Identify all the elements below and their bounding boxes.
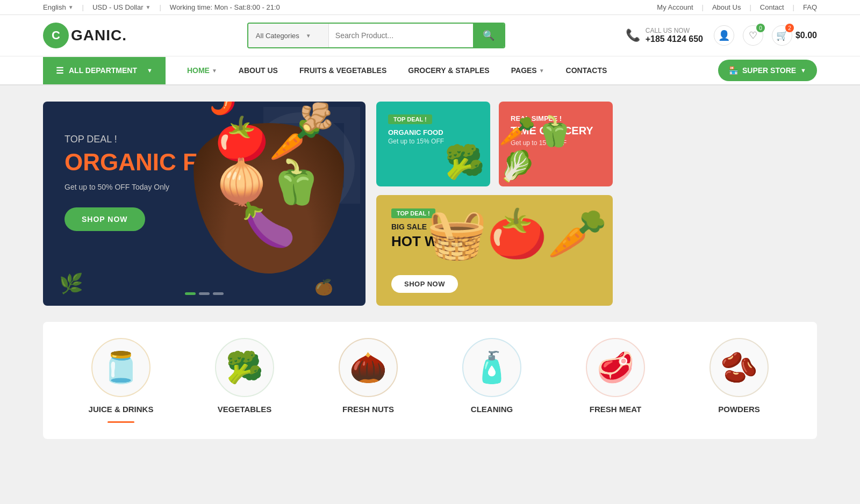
category-meat[interactable]: 🥩 FRESH MEAT	[578, 338, 653, 414]
category-icon-meat: 🥩	[586, 338, 645, 397]
banner-fruit-deco: 🍊	[314, 278, 333, 296]
header-right: 📞 CALL US NOW +185 4124 650 👤 ♡ 0 🛒 2 $0…	[626, 25, 817, 46]
divider-3: |	[702, 3, 704, 11]
teal-banner-tag: TOP DEAL !	[388, 114, 432, 124]
teal-banner-img: 🥦	[445, 143, 485, 181]
main-content: TOP DEAL ! ORGANIC FOOD Get up to 50% OF…	[0, 85, 860, 471]
menu-icon: ☰	[56, 66, 63, 76]
store-icon: 🏪	[729, 66, 738, 75]
hero-section: TOP DEAL ! ORGANIC FOOD Get up to 50% OF…	[43, 102, 817, 306]
logo[interactable]: C GANIC.	[43, 23, 127, 48]
dot-2[interactable]	[199, 292, 210, 295]
language-selector[interactable]: English ▼	[43, 3, 74, 11]
logo-text: GANIC.	[71, 27, 127, 44]
working-time: Working time: Mon - Sat:8:00 - 21:0	[170, 3, 280, 11]
phone-icon: 📞	[626, 28, 640, 42]
pepper-emoji: 🌶️	[210, 102, 236, 116]
language-label: English	[43, 3, 66, 11]
nav-item-home[interactable]: HOME ▼	[176, 56, 228, 84]
category-cleaning[interactable]: 🧴 CLEANING	[454, 338, 529, 414]
currency-arrow: ▼	[146, 4, 151, 10]
nav-item-grocery[interactable]: GROCERY & STAPLES	[397, 56, 500, 84]
juice-emoji: 🫙	[102, 350, 140, 385]
nav-item-about[interactable]: ABOUT US	[228, 56, 289, 84]
account-icon[interactable]: 👤	[714, 25, 734, 46]
search-input[interactable]	[329, 31, 473, 40]
category-name-vegetables: VEGETABLES	[218, 405, 272, 414]
wishlist-icon[interactable]: ♡ 0	[743, 25, 763, 46]
nav-item-fruits[interactable]: FRUITS & VEGETABLES	[289, 56, 397, 84]
category-vegetables[interactable]: 🥦 VEGETABLES	[207, 338, 282, 414]
nuts-emoji: 🌰	[349, 350, 387, 385]
cart-info[interactable]: 🛒 2 $0.00	[772, 25, 817, 46]
logo-icon: C	[43, 23, 69, 48]
nav-bar: ☰ ALL DEPARTMENT ▼ HOME ▼ ABOUT US FRUIT…	[0, 56, 860, 85]
categories-section: 🫙 JUICE & DRINKS 🥦 VEGETABLES 🌰 FRESH NU…	[43, 322, 817, 439]
search-icon: 🔍	[483, 30, 494, 41]
search-category-select[interactable]: All Categories ▼	[248, 24, 329, 47]
about-us-link[interactable]: About Us	[712, 3, 741, 11]
teal-banner: TOP DEAL ! ORGANIC FOOD Get up to 15% OF…	[376, 102, 490, 186]
header-actions: 👤 ♡ 0 🛒 2 $0.00	[714, 25, 817, 46]
top-bar-right: My Account | About Us | Contact | FAQ	[657, 3, 817, 11]
category-juice[interactable]: 🫙 JUICE & DRINKS	[83, 338, 159, 423]
gold-banner-basket: 🧺🍅🥕	[427, 206, 607, 262]
call-details: CALL US NOW +185 4124 650	[646, 27, 703, 44]
divider-4: |	[749, 3, 751, 11]
search-button[interactable]: 🔍	[473, 24, 504, 47]
dot-1[interactable]	[185, 292, 196, 295]
ginger-emoji: 🫚	[300, 102, 333, 133]
pages-arrow: ▼	[539, 68, 544, 74]
dept-arrow: ▼	[147, 67, 153, 74]
banner-leaf-deco: 🌿	[59, 272, 83, 295]
cart-price: $0.00	[796, 31, 817, 40]
top-right-banners: TOP DEAL ! ORGANIC FOOD Get up to 15% OF…	[376, 102, 613, 186]
produce-emoji: 🍅🥕🧅🫑🍆	[194, 118, 344, 247]
nav-links: HOME ▼ ABOUT US FRUITS & VEGETABLES GROC…	[166, 56, 718, 84]
nav-item-pages[interactable]: PAGES ▼	[500, 56, 555, 84]
main-banner: TOP DEAL ! ORGANIC FOOD Get up to 50% OF…	[43, 102, 366, 306]
wishlist-badge: 0	[756, 24, 765, 32]
top-bar-left: English ▼ | USD - US Dollar ▼ | Working …	[43, 3, 280, 11]
category-powders[interactable]: 🫘 POWDERS	[701, 338, 777, 414]
currency-selector[interactable]: USD - US Dollar ▼	[92, 3, 151, 11]
teal-banner-title: ORGANIC FOOD	[388, 128, 478, 136]
category-nuts[interactable]: 🌰 FRESH NUTS	[331, 338, 406, 414]
dot-3[interactable]	[213, 292, 224, 295]
banner-shop-now-button[interactable]: SHOP NOW	[64, 207, 145, 231]
search-bar: All Categories ▼ 🔍	[247, 23, 505, 48]
category-underline-juice	[108, 421, 134, 423]
category-dropdown-arrow: ▼	[306, 33, 311, 39]
category-name-cleaning: CLEANING	[471, 405, 513, 414]
right-banners: TOP DEAL ! ORGANIC FOOD Get up to 15% OF…	[376, 102, 613, 306]
search-input-wrap	[329, 24, 473, 47]
gold-banner: TOP DEAL ! BIG SALE HOT WEEKS 🧺🍅🥕 SHOP N…	[376, 195, 613, 306]
faq-link[interactable]: FAQ	[803, 3, 817, 11]
nav-item-contacts[interactable]: CONTACTS	[555, 56, 618, 84]
header: C GANIC. All Categories ▼ 🔍 📞 CALL US NO…	[0, 15, 860, 56]
call-number: +185 4124 650	[646, 34, 703, 44]
meat-emoji: 🥩	[597, 350, 634, 385]
gold-banner-shop-button[interactable]: SHOP NOW	[391, 275, 458, 293]
super-store-arrow: ▼	[800, 67, 806, 74]
divider-5: |	[793, 3, 794, 11]
vegetables-emoji: 🥦	[226, 350, 263, 385]
cart-badge: 2	[785, 24, 794, 32]
super-store-button[interactable]: 🏪 SUPER STORE ▼	[718, 60, 817, 81]
my-account-link[interactable]: My Account	[657, 3, 693, 11]
category-name-juice: JUICE & DRINKS	[89, 405, 154, 414]
coral-banner: REAL SIMPLE ! TIME GROCERY Get up to 15%…	[499, 102, 613, 186]
category-icon-vegetables: 🥦	[215, 338, 274, 397]
home-arrow: ▼	[212, 68, 217, 74]
all-department-button[interactable]: ☰ ALL DEPARTMENT ▼	[43, 57, 166, 84]
cart-icon-btn[interactable]: 🛒 2	[772, 25, 792, 46]
contact-link[interactable]: Contact	[760, 3, 784, 11]
category-name-nuts: FRESH NUTS	[342, 405, 394, 414]
coral-banner-img: 🥕🫑🥬	[499, 114, 607, 184]
banner-illustration: 🍅🥕🧅🫑🍆 🫚 🌶️	[188, 112, 349, 284]
divider-1: |	[82, 3, 84, 11]
categories-grid: 🫙 JUICE & DRINKS 🥦 VEGETABLES 🌰 FRESH NU…	[64, 338, 796, 423]
cart-icon: 🛒	[776, 30, 788, 41]
powders-emoji: 🫘	[720, 350, 758, 385]
call-label: CALL US NOW	[646, 27, 703, 34]
